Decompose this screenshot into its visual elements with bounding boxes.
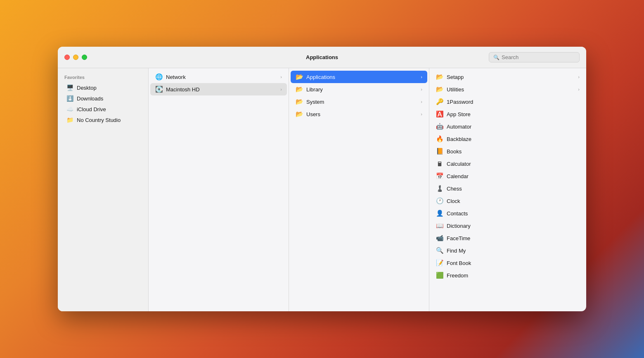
chevron-right-icon: › [280,87,282,92]
folder-icon: 📁 [66,117,73,123]
list-item[interactable]: 📂 System › [291,95,427,108]
item-label: Users [306,111,417,117]
sidebar-item-nocountry[interactable]: 📁 No Country Studio [59,115,147,125]
item-label: Backblaze [447,136,580,142]
sidebar-item-label: iCloud Drive [77,106,106,112]
item-label: Applications [306,74,417,80]
list-item[interactable]: 📂 Utilities › [431,83,585,95]
fontbook-icon: 📝 [436,259,443,267]
item-label: Books [447,148,580,155]
content-area: Favorites 🖥️ Desktop ⬇️ Downloads ☁️ iCl… [58,68,586,311]
clock-icon: 🕐 [436,197,443,205]
close-button[interactable] [64,55,70,60]
library-folder-icon: 📂 [296,86,303,93]
search-input[interactable] [502,54,575,60]
setapp-icon: 📂 [436,73,443,81]
sidebar-item-icloud[interactable]: ☁️ iCloud Drive [59,104,147,115]
item-label: Font Book [447,260,580,266]
chevron-right-icon: › [421,99,422,104]
item-label: 1Password [447,99,580,105]
list-item[interactable]: 📂 Users › [291,108,427,120]
item-label: Calculator [447,161,580,167]
chevron-right-icon: › [421,87,422,92]
item-label: System [306,99,417,105]
chevron-right-icon: › [421,112,422,117]
column-1: 🌐 Network › 💽 Macintosh HD › [149,68,289,311]
item-label: Utilities [447,86,575,93]
list-item[interactable]: 🔍 Find My [431,244,585,257]
list-item[interactable]: 🕐 Clock [431,195,585,207]
item-label: Clock [447,198,580,204]
item-label: Calendar [447,173,580,179]
list-item[interactable]: 💽 Macintosh HD › [150,83,287,95]
list-item[interactable]: 📂 Setapp › [431,71,585,83]
list-item[interactable]: 🔑 1Password [431,95,585,108]
system-folder-icon: 📂 [296,98,303,105]
contacts-icon: 👤 [436,210,443,217]
traffic-lights [64,55,87,60]
list-item[interactable]: ♟️ Chess [431,182,585,195]
calendar-icon: 📅 [436,172,443,180]
list-item[interactable]: 🔥 Backblaze [431,133,585,145]
search-bar[interactable]: 🔍 [489,52,580,62]
downloads-icon: ⬇️ [66,95,73,102]
icloud-icon: ☁️ [66,106,73,112]
item-label: Network [166,74,277,80]
list-item[interactable]: 🅰️ App Store [431,108,585,120]
list-item[interactable]: 🤖 Automator [431,120,585,133]
list-item[interactable]: 📖 Dictionary [431,220,585,232]
item-label: FaceTime [447,235,580,241]
column-3: 📂 Setapp › 📂 Utilities › 🔑 1Password [429,68,586,311]
item-label: Automator [447,124,580,130]
users-folder-icon: 📂 [296,110,303,118]
item-label: Dictionary [447,223,580,229]
item-label: App Store [447,111,580,117]
chevron-right-icon: › [578,74,580,79]
column-browser: 🌐 Network › 💽 Macintosh HD › 📂 Applicati… [149,68,586,311]
chevron-right-icon: › [280,74,282,79]
utilities-icon: 📂 [436,86,443,93]
backblaze-icon: 🔥 [436,135,443,143]
list-item[interactable]: 📂 Applications › [291,71,427,83]
network-icon: 🌐 [155,73,163,81]
desktop-icon: 🖥️ [66,84,73,91]
item-label: Contacts [447,210,580,217]
sidebar-item-desktop[interactable]: 🖥️ Desktop [59,82,147,93]
window-title: Applications [306,54,338,60]
list-item[interactable]: 🌐 Network › [150,71,287,83]
list-item[interactable]: 📅 Calendar [431,170,585,182]
list-item[interactable]: 👤 Contacts [431,207,585,220]
list-item[interactable]: 📝 Font Book [431,257,585,269]
minimize-button[interactable] [73,55,78,60]
search-icon: 🔍 [493,55,500,60]
sidebar: Favorites 🖥️ Desktop ⬇️ Downloads ☁️ iCl… [58,68,149,311]
applications-folder-icon: 📂 [296,73,303,81]
1password-icon: 🔑 [436,98,443,105]
sidebar-item-label: Downloads [77,95,103,102]
appstore-icon: 🅰️ [436,110,443,118]
harddrive-icon: 💽 [155,86,163,93]
calculator-icon: 🖩 [436,160,443,167]
chevron-right-icon: › [578,87,580,92]
item-label: Freedom [447,272,580,279]
item-label: Library [306,86,417,93]
list-item[interactable]: 📂 Library › [291,83,427,95]
list-item[interactable]: 🖩 Calculator [431,158,585,170]
freedom-icon: 🟩 [436,272,443,279]
findmy-icon: 🔍 [436,247,443,254]
column-2: 📂 Applications › 📂 Library › 📂 System › … [289,68,429,311]
item-label: Macintosh HD [166,86,277,93]
sidebar-item-downloads[interactable]: ⬇️ Downloads [59,93,147,104]
list-item[interactable]: 📹 FaceTime [431,232,585,244]
item-label: Setapp [447,74,575,80]
list-item[interactable]: 📙 Books [431,145,585,158]
sidebar-item-label: Desktop [77,85,97,91]
title-bar: Applications 🔍 [58,47,586,68]
item-label: Find My [447,248,580,254]
maximize-button[interactable] [82,55,87,60]
list-item[interactable]: 🟩 Freedom [431,269,585,282]
sidebar-item-label: No Country Studio [77,117,121,123]
facetime-icon: 📹 [436,234,443,242]
chess-icon: ♟️ [436,185,443,192]
dictionary-icon: 📖 [436,222,443,229]
